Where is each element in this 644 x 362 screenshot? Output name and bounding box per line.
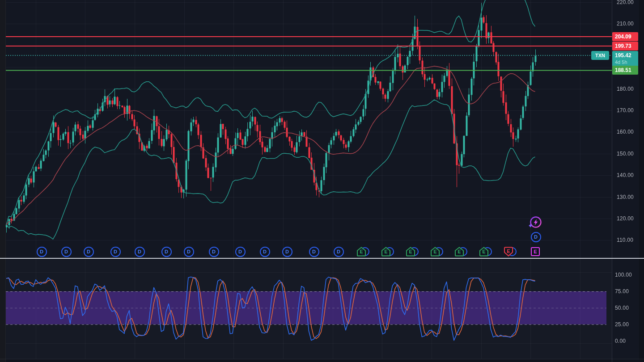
dividend-marker[interactable]: D: [531, 232, 541, 242]
stoch-tick-label: 0.00: [615, 338, 626, 344]
symbol-label[interactable]: TXN: [591, 51, 609, 60]
earnings-marker-up[interactable]: E: [479, 246, 489, 257]
svg-text:E: E: [534, 249, 537, 254]
stoch-tick-label: 100.00: [615, 272, 632, 278]
earnings-marker-down[interactable]: E: [503, 246, 514, 257]
svg-text:E: E: [507, 248, 510, 254]
price-tick-label: 210.00: [617, 21, 634, 27]
dividend-marker[interactable]: D: [260, 247, 270, 257]
main-chart-pane[interactable]: [6, 0, 612, 258]
price-tick-label: 140.00: [617, 172, 634, 178]
stochastic-pane[interactable]: [6, 259, 612, 359]
earnings-marker-up[interactable]: E: [381, 246, 391, 257]
pane-separator[interactable]: [0, 258, 644, 259]
price-tick-label: 150.00: [617, 151, 634, 157]
earnings-marker-upcoming[interactable]: E: [530, 246, 541, 257]
dividend-marker[interactable]: D: [334, 247, 344, 257]
stoch-tick-label: 50.00: [615, 305, 629, 311]
dividend-marker[interactable]: D: [37, 247, 47, 257]
current-price-tag: 195.42 4d 5h: [612, 51, 638, 67]
left-margin-strip: [0, 0, 6, 362]
dividend-marker[interactable]: D: [84, 247, 94, 257]
svg-text:E: E: [409, 249, 412, 254]
earnings-marker-up[interactable]: E: [356, 246, 367, 257]
bottom-pane-separator[interactable]: [0, 359, 644, 359]
earnings-marker-up[interactable]: E: [405, 246, 416, 257]
svg-text:E: E: [433, 249, 436, 254]
dividend-marker[interactable]: D: [184, 247, 194, 257]
dividend-marker[interactable]: D: [110, 247, 121, 257]
axis-margin: [639, 0, 644, 362]
stoch-tick-label: 25.00: [615, 321, 629, 328]
price-tick-label: 180.00: [617, 86, 634, 92]
svg-text:E: E: [458, 249, 461, 254]
bar-countdown: 4d 5h: [615, 59, 638, 65]
svg-text:E: E: [482, 249, 485, 254]
ai-spark-icon[interactable]: [527, 215, 543, 232]
svg-text:E: E: [384, 249, 387, 254]
dividend-marker[interactable]: D: [235, 247, 246, 257]
price-tick-label: 130.00: [617, 194, 634, 200]
dividend-marker[interactable]: D: [309, 247, 319, 257]
price-tick-label: 220.00: [617, 0, 634, 5]
price-level-label-199[interactable]: 199.73: [612, 42, 638, 51]
trading-chart-window: 220.00210.00180.00170.00160.00150.00140.…: [0, 0, 644, 362]
earnings-marker-up[interactable]: E: [454, 246, 465, 257]
price-tick-label: 160.00: [617, 129, 634, 135]
current-price-value: 195.42: [615, 52, 631, 59]
price-level-label-204[interactable]: 204.09: [612, 32, 638, 41]
earnings-marker-up[interactable]: E: [430, 246, 441, 257]
dividend-marker[interactable]: D: [282, 247, 292, 257]
dividend-marker[interactable]: D: [135, 247, 145, 257]
price-tick-label: 110.00: [617, 237, 633, 243]
price-tick-label: 120.00: [617, 215, 634, 222]
dividend-marker[interactable]: D: [61, 247, 72, 257]
stoch-tick-label: 75.00: [615, 288, 629, 295]
dividend-marker[interactable]: D: [209, 247, 219, 257]
price-level-label-188[interactable]: 188.51: [612, 66, 638, 75]
dividend-marker[interactable]: D: [161, 247, 172, 257]
svg-text:E: E: [360, 249, 363, 254]
price-tick-label: 170.00: [617, 107, 634, 114]
